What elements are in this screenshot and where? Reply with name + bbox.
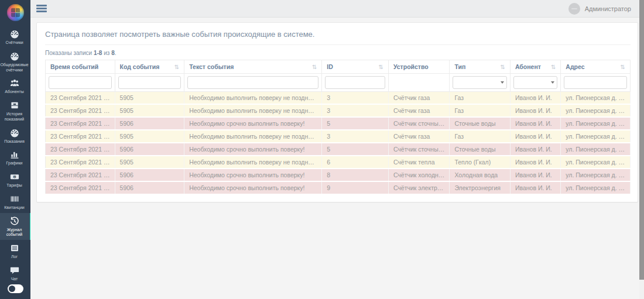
event-row: 23 Сентября 2021 11:13:445906Необходимо … [46, 169, 631, 181]
filter-select-subscriber[interactable] [513, 76, 557, 89]
sidebar-item-label: Журнал событий [0, 228, 28, 238]
sidebar-item-readings[interactable]: Показания [0, 125, 30, 147]
user-name: Администратор [585, 5, 631, 12]
main-column: Администратор Страница позволяет посмотр… [30, 0, 644, 299]
column-label: Адрес [566, 63, 584, 70]
event-row: 23 Сентября 2021 11:10:385905Необходимо … [46, 156, 631, 169]
theme-toggle[interactable] [8, 284, 23, 293]
sidebar-item-label: Тарифы [6, 183, 22, 188]
money-icon: 0 [9, 171, 20, 182]
cell-device: Счётчик электроэнергии [388, 181, 450, 194]
column-header-type[interactable]: Тип⇅ [450, 60, 511, 74]
filter-input-text[interactable] [187, 76, 318, 89]
cell-id: 3 [322, 92, 389, 105]
cell-type: Газ [450, 92, 511, 105]
cell-type: Сточные воды [450, 143, 511, 156]
column-header-text[interactable]: Текст события⇅ [184, 60, 322, 74]
cell-address: ул. Пионерская д. 4, кв. 1 [561, 181, 631, 194]
column-header-code[interactable]: Код события⇅ [115, 60, 184, 74]
sidebar-item-history[interactable]: История показаний [0, 97, 30, 125]
cell-time: 23 Сентября 2021 11:13:56 [46, 181, 115, 194]
cell-code: 5906 [115, 169, 184, 181]
summary-mid: из [102, 50, 111, 56]
sidebar-item-house-meters[interactable]: Общедомовые счётчики [0, 48, 30, 75]
sidebar-item-log[interactable]: Лог [0, 240, 30, 262]
sort-icon[interactable]: ⇅ [498, 64, 505, 70]
sort-icon[interactable]: ⇅ [549, 64, 556, 70]
filter-cell-type [450, 74, 511, 92]
column-header-address[interactable]: Адрес⇅ [561, 60, 631, 74]
filter-cell-code [115, 74, 184, 92]
column-header-id[interactable]: ID⇅ [322, 60, 389, 74]
users-icon [9, 78, 20, 88]
column-header-subscriber[interactable]: Абонент⇅ [510, 60, 560, 74]
sidebar: СчётчикиОбщедомовые счётчикиАбонентыИсто… [0, 0, 30, 299]
sidebar-item-label: Общедомовые счётчики [0, 63, 28, 73]
sidebar-item-meters[interactable]: Счётчики [0, 26, 30, 48]
filter-cell-id [322, 74, 389, 92]
cell-time: 23 Сентября 2021 11:04:58 [46, 117, 115, 130]
column-label: Абонент [515, 63, 541, 70]
cell-id: 3 [322, 104, 389, 117]
cell-text: Необходимо выполнить поверку не позднее … [184, 104, 322, 117]
sidebar-item-chat[interactable]: Чат [0, 262, 30, 284]
sort-icon[interactable]: ⇅ [172, 64, 179, 70]
cell-code: 5905 [115, 104, 184, 117]
sidebar-item-event-journal[interactable]: Журнал событий [0, 213, 30, 240]
cell-type: Холодная вода [450, 169, 511, 181]
column-header-time: Время событий [46, 60, 115, 74]
cell-device: Счётчик тепла [388, 156, 450, 169]
filter-cell-text [184, 74, 322, 92]
sidebar-nav: СчётчикиОбщедомовые счётчикиАбонентыИсто… [0, 26, 30, 284]
menu-toggle-icon[interactable] [36, 5, 47, 12]
sidebar-item-receipts[interactable]: Квитанции [0, 191, 30, 213]
cell-subscriber: Иванов И. И. [510, 169, 560, 181]
cell-subscriber: Иванов И. И. [510, 92, 560, 105]
table-filter-row [46, 74, 631, 92]
event-row: 23 Сентября 2021 11:13:565906Необходимо … [46, 181, 631, 194]
cell-subscriber: Иванов И. И. [510, 143, 560, 156]
cell-code: 5906 [115, 117, 184, 130]
cell-device: Счётчик холодной воды [388, 169, 450, 181]
cell-time: 23 Сентября 2021 11:13:44 [46, 169, 115, 181]
sort-icon[interactable]: ⇅ [310, 64, 317, 70]
filter-select-type[interactable] [453, 76, 507, 89]
user-menu[interactable]: Администратор [568, 3, 631, 15]
filter-input-id[interactable] [325, 76, 385, 89]
app-logo[interactable] [7, 4, 24, 21]
cell-subscriber: Иванов И. И. [510, 104, 560, 117]
window-scrollbar[interactable] [639, 0, 644, 299]
cell-time: 23 Сентября 2021 11:04:32 [46, 104, 115, 117]
cell-subscriber: Иванов И. И. [510, 156, 560, 169]
summary-range: 1-8 [94, 50, 102, 56]
cell-address: ул. Пионерская д. 4, кв. 1 [561, 104, 631, 117]
sort-icon[interactable]: ⇅ [618, 64, 625, 70]
app-root: СчётчикиОбщедомовые счётчикиАбонентыИсто… [0, 0, 644, 299]
sidebar-item-label: Абоненты [5, 90, 23, 95]
sidebar-item-charts[interactable]: Графики [0, 146, 30, 169]
column-header-device: Устройство [388, 60, 450, 74]
column-label: Тип [454, 63, 465, 70]
cell-address: ул. Пионерская д. 4, кв. 1 [561, 92, 631, 105]
cell-address: ул. Пионерская д. 4, кв. 1 [561, 169, 631, 181]
scrollbar-thumb[interactable] [639, 0, 644, 280]
svg-text:0: 0 [13, 176, 15, 178]
cell-text: Необходимо выполнить поверку не позднее … [184, 92, 322, 105]
events-card: Страница позволяет посмотреть важные соб… [36, 22, 638, 202]
sidebar-item-label: Графики [6, 161, 23, 166]
cell-type: Тепло (Гкал) [450, 156, 511, 169]
cell-text: Необходимо срочно выполнить поверку! [184, 181, 322, 194]
gauge-icon [9, 128, 20, 138]
sort-icon[interactable]: ⇅ [376, 64, 383, 70]
event-row: 23 Сентября 2021 11:04:325905Необходимо … [46, 104, 631, 117]
filter-input-address[interactable] [564, 76, 627, 89]
cell-device: Счётчик сточных вод [388, 117, 450, 130]
filter-input-code[interactable] [118, 76, 181, 89]
filter-input-time[interactable] [49, 76, 112, 89]
cell-type: Газ [450, 130, 511, 143]
table-header-row: Время событийКод события⇅Текст события⇅I… [46, 60, 631, 74]
sidebar-item-tariffs[interactable]: 0Тарифы [0, 169, 30, 191]
cell-type: Электроэнергия [450, 181, 511, 194]
sidebar-item-subscribers[interactable]: Абоненты [0, 75, 30, 97]
log-icon [9, 243, 20, 253]
